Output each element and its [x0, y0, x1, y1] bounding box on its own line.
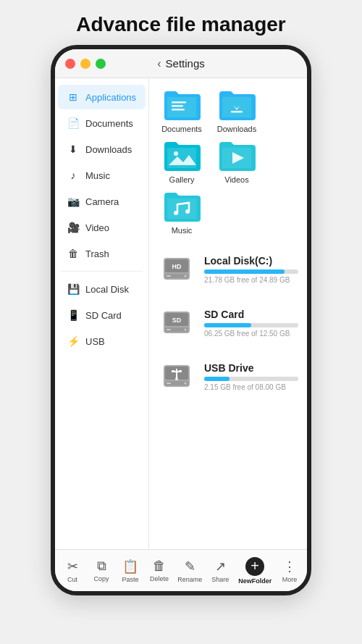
sidebar-divider [61, 271, 143, 272]
folder-label-gallery: Gallery [169, 175, 195, 184]
sidebar-item-video[interactable]: 🎥 Video [58, 215, 146, 240]
close-button[interactable] [65, 59, 75, 69]
minimize-button[interactable] [80, 59, 90, 69]
sidebar-item-label: Downloads [85, 144, 132, 155]
svg-point-28 [175, 377, 178, 380]
share-button[interactable]: ↗ Share [206, 556, 235, 586]
sidebar-item-trash[interactable]: 🗑 Trash [58, 241, 146, 266]
more-button[interactable]: ⋮ More [275, 556, 304, 586]
svg-point-8 [185, 209, 190, 214]
sidebar-item-label: USB [85, 336, 105, 347]
sidebar-item-sd-card[interactable]: 📱 SD Card [58, 303, 146, 327]
copy-button[interactable]: ⧉ Copy [87, 556, 116, 585]
folder-item-gallery[interactable]: Gallery [156, 138, 207, 184]
paste-button[interactable]: 📋 Paste [116, 556, 145, 586]
sidebar-item-label: Trash [85, 248, 109, 259]
folder-icon-documents [161, 87, 202, 122]
svg-text:SD: SD [172, 317, 182, 324]
copy-label: Copy [93, 575, 109, 582]
sidebar-item-music[interactable]: ♪ Music [58, 163, 146, 188]
folder-icon-gallery [161, 138, 202, 172]
svg-rect-2 [172, 109, 185, 111]
cut-button[interactable]: ✂ Cut [58, 556, 87, 586]
window-controls [65, 59, 106, 69]
rename-button[interactable]: ✎ Rename [174, 556, 206, 586]
usb-free-text: 2.15 GB free of 08.00 GB [204, 383, 298, 391]
sidebar-item-label: Camera [85, 196, 119, 207]
sidebar-item-downloads[interactable]: ⬇ Downloads [58, 137, 146, 162]
sidebar-item-usb[interactable]: ⚡ USB [58, 329, 146, 354]
copy-icon: ⧉ [97, 559, 106, 574]
back-button[interactable]: ‹ [157, 57, 161, 70]
sidebar-item-documents[interactable]: 📄 Documents [58, 111, 146, 135]
sidebar-item-camera[interactable]: 📷 Camera [58, 189, 146, 214]
trash-icon: 🗑 [67, 248, 80, 259]
delete-label: Delete [150, 575, 169, 582]
folder-icon-music [161, 188, 202, 223]
camera-icon: 📷 [67, 196, 80, 207]
svg-point-30 [185, 382, 187, 385]
drive-item-usb[interactable]: USB Drive 2.15 GB free of 08.00 GB [156, 354, 300, 400]
folder-label-downloads: Downloads [217, 125, 256, 133]
share-icon: ↗ [215, 559, 226, 574]
content-panel: Documents Downloads [149, 78, 307, 549]
folder-item-documents[interactable]: Documents [156, 87, 207, 133]
sd-card-icon: 📱 [67, 309, 80, 321]
svg-rect-0 [172, 101, 186, 104]
new-folder-label: NewFolder [238, 577, 272, 585]
folder-grid: Documents Downloads [156, 87, 300, 235]
usb-icon-wrap [158, 358, 195, 396]
svg-rect-13 [167, 275, 171, 277]
settings-title: Settings [166, 57, 205, 70]
drive-item-local-disk[interactable]: HD Local Disk(C:) 21.78 GB free of 24.89… [156, 246, 300, 293]
folder-label-music: Music [172, 226, 193, 235]
local-disk-bar-bg [204, 269, 298, 274]
sidebar-item-label: Music [85, 170, 110, 181]
svg-point-7 [174, 211, 178, 215]
video-icon: 🎥 [67, 222, 80, 233]
svg-rect-19 [167, 329, 171, 330]
share-label: Share [211, 576, 229, 583]
sd-card-free-text: 06.25 GB free of 12.50 GB [204, 330, 298, 338]
drive-info-sd-card: SD Card 06.25 GB free of 12.50 GB [204, 309, 298, 338]
local-disk-icon: 💾 [67, 283, 80, 295]
drive-info-local-disk: Local Disk(C:) 21.78 GB free of 24.89 GB [204, 255, 298, 284]
svg-rect-1 [172, 105, 183, 107]
sidebar-item-local-disk[interactable]: 💾 Local Disk [58, 277, 146, 301]
main-area: ⊞ Applications 📄 Documents ⬇ Downloads ♪… [55, 78, 307, 549]
usb-bar-fill [204, 377, 230, 381]
sidebar-item-label: Local Disk [85, 284, 129, 295]
music-icon: ♪ [67, 170, 80, 181]
more-label: More [282, 576, 298, 583]
svg-text:HD: HD [172, 263, 182, 270]
folder-item-videos[interactable]: Videos [211, 138, 262, 184]
sd-card-bar-fill [204, 323, 251, 327]
svg-point-14 [185, 275, 187, 277]
paste-icon: 📋 [122, 559, 138, 574]
folder-icon-downloads [216, 87, 257, 122]
sidebar: ⊞ Applications 📄 Documents ⬇ Downloads ♪… [55, 78, 149, 549]
drive-item-sd-card[interactable]: SD SD Card 06.25 GB free of 12.50 GB [156, 300, 300, 346]
delete-icon: 🗑 [153, 559, 166, 574]
downloads-icon: ⬇ [67, 143, 80, 155]
applications-icon: ⊞ [67, 91, 80, 103]
sidebar-item-applications[interactable]: ⊞ Applications [58, 85, 146, 109]
cut-icon: ✂ [67, 559, 78, 574]
folder-icon-videos [216, 138, 257, 172]
svg-rect-26 [172, 370, 174, 372]
folder-item-music[interactable]: Music [156, 188, 207, 235]
delete-button[interactable]: 🗑 Delete [145, 556, 174, 585]
sidebar-item-label: Applications [85, 92, 136, 103]
maximize-button[interactable] [96, 59, 106, 69]
cut-label: Cut [67, 576, 77, 583]
svg-point-5 [174, 151, 178, 156]
folder-item-downloads[interactable]: Downloads [211, 87, 262, 133]
local-disk-free-text: 21.78 GB free of 24.89 GB [204, 276, 298, 284]
usb-name: USB Drive [204, 362, 298, 374]
new-folder-button[interactable]: + NewFolder [235, 554, 275, 587]
sd-card-name: SD Card [204, 309, 298, 320]
phone-frame: ‹ Settings ⊞ Applications 📄 Documents ⬇ … [51, 45, 311, 595]
page-title: Advance file manager [76, 13, 285, 36]
folder-label-documents: Documents [161, 125, 202, 133]
drive-section: HD Local Disk(C:) 21.78 GB free of 24.89… [156, 246, 300, 400]
